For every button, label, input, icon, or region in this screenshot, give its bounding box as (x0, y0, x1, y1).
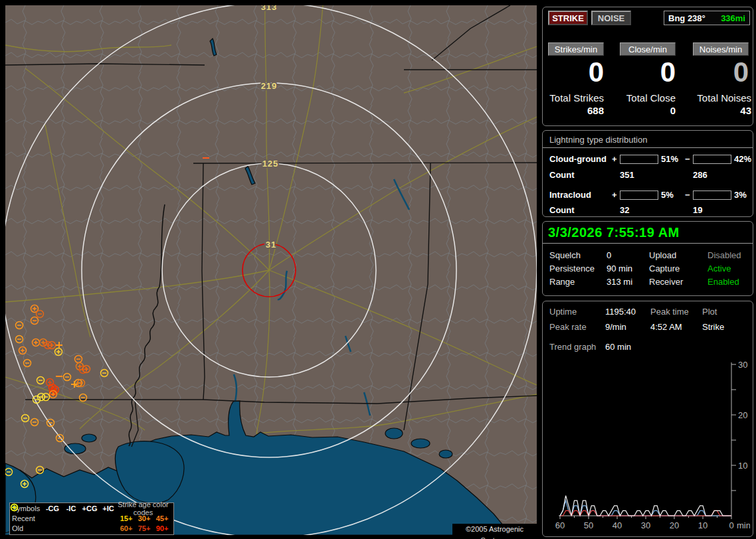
legend-row-label: Recent (12, 514, 43, 522)
intracloud-label: Intracloud (549, 190, 591, 200)
cg-negative-pct: 42% (734, 154, 751, 164)
total-strikes-value: 688 (547, 105, 604, 116)
close-per-min-chip: Close/min (620, 42, 676, 56)
status-box: 3/3/2026 7:55:19 AM Squelch 0 Upload Dis… (542, 221, 753, 296)
noise-toggle-button[interactable]: NOISE (591, 11, 631, 25)
svg-text:30: 30 (641, 520, 650, 530)
uptime-label: Uptime (549, 307, 577, 317)
cg-positive-bar (620, 155, 658, 164)
svg-text:10: 10 (738, 461, 747, 471)
legend-pos-ic-label: +IC (100, 504, 117, 512)
ic-negative-count: 19 (693, 205, 702, 215)
svg-text:min: min (737, 520, 750, 530)
legend-neg-cg-label: -CG (43, 504, 62, 512)
ring-label-31: 31 (266, 240, 276, 250)
svg-text:60: 60 (555, 520, 565, 530)
legend-row-recent: Recent15+30+45+ (10, 513, 173, 523)
persistence-label: Persistence (549, 264, 595, 273)
ring-label-219: 219 (261, 81, 278, 91)
map-canvas: 31321912531 (5, 5, 537, 535)
minus-sign: − (685, 190, 690, 200)
plus-sign: + (612, 154, 617, 164)
cg-positive-pct: 51% (661, 154, 678, 164)
svg-text:50: 50 (584, 520, 593, 530)
svg-text:10: 10 (698, 520, 708, 530)
age-code-75: 75+ (136, 524, 153, 532)
peak-time-label: Peak time (650, 307, 689, 317)
trend-graph: 1020306050403020100min (547, 357, 750, 534)
age-code-30: 30+ (136, 514, 153, 522)
squelch-label: Squelch (549, 250, 581, 260)
ic-negative-bar (693, 191, 731, 200)
total-close-value: 0 (616, 105, 676, 116)
distribution-box: Lightning type distribution Cloud-ground… (542, 130, 753, 217)
minus-sign: − (685, 154, 690, 164)
upload-status: Disabled (708, 250, 741, 260)
trend-series-close (560, 501, 731, 516)
svg-text:40: 40 (613, 520, 622, 530)
svg-text:20: 20 (670, 520, 679, 530)
bearing-value: Bng 238° (668, 13, 706, 23)
counters-box: STRIKE NOISE Bng 238° 336mi Strikes/min … (542, 7, 753, 126)
range-value: 313 mi (607, 277, 632, 287)
age-code-15: 15+ (118, 514, 135, 522)
stormvue-window: 31321912531 Symbols -CG -IC +CG +IC Stri… (0, 0, 756, 539)
ic-count-label: Count (549, 205, 575, 215)
receiver-label: Receiver (649, 277, 683, 287)
capture-status: Active (708, 264, 731, 273)
lightning-map[interactable]: 31321912531 Symbols -CG -IC +CG +IC Stri… (5, 5, 537, 535)
squelch-value: 0 (607, 250, 611, 260)
uptime-value: 1195:40 (605, 307, 636, 317)
plus-sign: + (612, 190, 617, 200)
cg-negative-count: 286 (693, 170, 708, 180)
svg-text:20: 20 (738, 410, 747, 420)
receiver-status: Enabled (708, 277, 739, 287)
range-label: Range (549, 277, 575, 287)
strikes-per-min-chip: Strikes/min (548, 42, 604, 56)
cloud-ground-label: Cloud-ground (549, 154, 607, 164)
persistence-value: 90 min (607, 264, 632, 273)
capture-label: Capture (649, 264, 680, 273)
total-noises-value: 43 (692, 105, 751, 116)
svg-text:0: 0 (729, 520, 733, 530)
age-code-90: 90+ (153, 524, 171, 532)
upload-label: Upload (649, 250, 676, 260)
legend-row-old: Old60+75+90+ (10, 523, 173, 533)
cg-negative-bar (693, 155, 731, 164)
ic-positive-count: 32 (620, 205, 629, 215)
age-code-60: 60+ (118, 524, 135, 532)
map-legend: Symbols -CG -IC +CG +IC Strike age color… (9, 502, 174, 535)
plot-label: Plot (702, 307, 717, 317)
legend-header-row: Symbols -CG -IC +CG +IC Strike age color… (10, 503, 173, 513)
bearing-display: Bng 238° 336mi (664, 11, 750, 25)
age-code-45: 45+ (153, 514, 171, 522)
noises-per-min-value: 0 (693, 56, 749, 88)
ic-positive-bar (620, 191, 658, 200)
ic-negative-pct: 3% (734, 190, 747, 200)
plot-mode-value: Strike (702, 322, 724, 332)
legend-neg-ic-label: -IC (62, 504, 80, 512)
peak-rate-label: Peak rate (549, 322, 587, 332)
legend-pos-cg-label: +CG (80, 504, 100, 512)
legend-row-label: Old (12, 524, 43, 532)
strikes-per-min-value: 0 (548, 56, 604, 88)
trend-graph-label: Trend graph (549, 342, 596, 352)
total-strikes-label: Total Strikes (547, 92, 604, 104)
strike-toggle-button[interactable]: STRIKE (548, 11, 588, 25)
distribution-title: Lightning type distribution (543, 135, 753, 148)
bearing-distance: 336mi (721, 13, 745, 23)
noises-per-min-chip: Noises/min (693, 42, 749, 56)
close-per-min-value: 0 (620, 56, 676, 88)
status-panel: STRIKE NOISE Bng 238° 336mi Strikes/min … (539, 0, 756, 539)
date-time-display: 3/3/2026 7:55:19 AM (543, 224, 753, 244)
peak-rate-value: 9/min (605, 322, 626, 332)
plus-icon (10, 503, 19, 512)
svg-text:30: 30 (738, 360, 747, 370)
trend-graph-window: 60 min (605, 342, 631, 352)
peak-time-value: 4:52 AM (650, 322, 682, 332)
total-close-label: Total Close (616, 92, 676, 104)
cg-positive-count: 351 (620, 170, 634, 180)
ring-label-125: 125 (262, 159, 279, 169)
ic-positive-pct: 5% (661, 190, 674, 200)
total-noises-label: Total Noises (692, 92, 751, 104)
